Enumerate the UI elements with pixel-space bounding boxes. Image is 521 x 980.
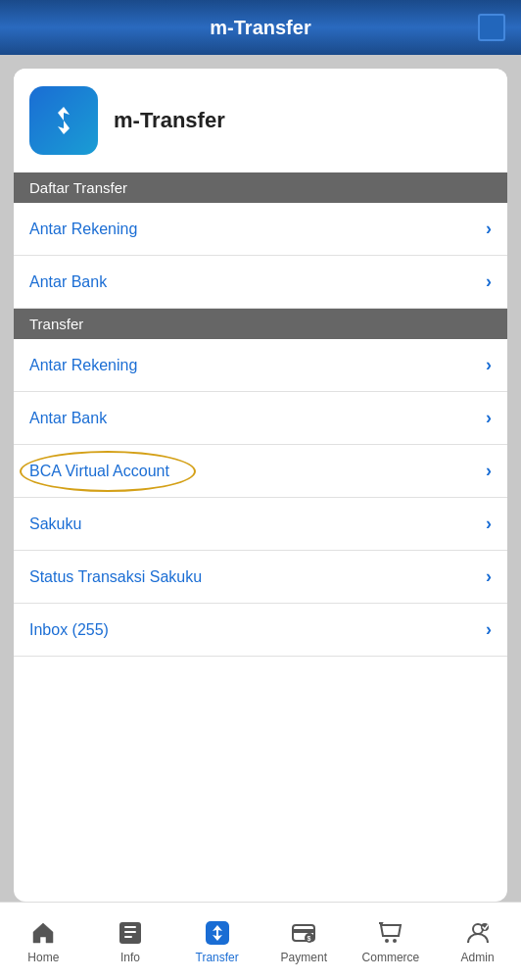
nav-item-commerce[interactable]: Commerce [352, 919, 430, 964]
nav-label-admin: Admin [461, 951, 495, 964]
menu-label-antar-rekening-2: Antar Rekening [29, 357, 137, 374]
menu-item-antar-rekening-2[interactable]: Antar Rekening› [14, 339, 507, 392]
sections-container: Daftar TransferAntar Rekening›Antar Bank… [14, 172, 507, 657]
menu-item-status-transaksi-sakuku[interactable]: Status Transaksi Sakuku› [14, 551, 507, 604]
svg-rect-2 [124, 931, 136, 933]
nav-item-admin[interactable]: Admin [439, 919, 517, 964]
svg-rect-6 [293, 929, 314, 933]
menu-item-bca-virtual-account[interactable]: BCA Virtual Account› [14, 445, 507, 498]
menu-label-bca-virtual-account: BCA Virtual Account [29, 463, 169, 480]
chevron-icon-antar-rekening-1: › [486, 219, 492, 239]
top-bar-title: m-Transfer [210, 17, 310, 39]
nav-label-payment: Payment [281, 951, 327, 964]
nav-label-info: Info [120, 951, 140, 964]
nav-item-transfer[interactable]: Transfer [178, 919, 257, 964]
main-card: m-Transfer Daftar TransferAntar Rekening… [14, 69, 507, 902]
payment-icon: $ [290, 919, 317, 947]
svg-point-9 [385, 939, 389, 943]
menu-label-antar-bank-2: Antar Bank [29, 410, 107, 427]
menu-label-sakuku: Sakuku [29, 515, 81, 533]
menu-label-inbox: Inbox (255) [29, 621, 109, 639]
section-header-transfer: Transfer [14, 309, 507, 339]
admin-icon [464, 919, 492, 947]
nav-label-transfer: Transfer [196, 951, 239, 964]
svg-point-10 [393, 939, 397, 943]
chevron-icon-antar-bank-1: › [486, 271, 492, 292]
app-header: m-Transfer [14, 69, 507, 172]
section-header-daftar-transfer: Daftar Transfer [14, 172, 507, 203]
nav-item-payment[interactable]: $ Payment [264, 919, 343, 964]
top-bar-square [478, 14, 505, 41]
info-icon [117, 919, 144, 947]
svg-text:$: $ [308, 935, 311, 943]
nav-label-commerce: Commerce [362, 951, 420, 964]
menu-label-status-transaksi-sakuku: Status Transaksi Sakuku [29, 568, 202, 586]
chevron-icon-sakuku: › [486, 514, 492, 534]
chevron-icon-antar-bank-2: › [486, 408, 492, 428]
chevron-icon-antar-rekening-2: › [486, 355, 492, 375]
nav-item-home[interactable]: Home [4, 919, 82, 964]
commerce-icon [377, 919, 404, 947]
chevron-icon-status-transaksi-sakuku: › [486, 566, 492, 587]
app-icon [29, 86, 98, 155]
chevron-icon-bca-virtual-account: › [486, 461, 492, 481]
menu-item-antar-rekening-1[interactable]: Antar Rekening› [14, 203, 507, 256]
nav-item-info[interactable]: Info [91, 919, 169, 964]
app-title: m-Transfer [114, 108, 225, 133]
menu-label-antar-bank-1: Antar Bank [29, 273, 107, 291]
menu-item-inbox[interactable]: Inbox (255)› [14, 604, 507, 657]
chevron-icon-inbox: › [486, 619, 492, 640]
menu-item-antar-bank-2[interactable]: Antar Bank› [14, 392, 507, 445]
menu-item-sakuku[interactable]: Sakuku› [14, 498, 507, 551]
top-bar: m-Transfer [0, 0, 521, 55]
menu-item-antar-bank-1[interactable]: Antar Bank› [14, 256, 507, 309]
menu-label-antar-rekening-1: Antar Rekening [29, 220, 137, 238]
bottom-nav: Home Info Transfer $ Payment [0, 902, 521, 980]
svg-rect-3 [124, 936, 132, 938]
svg-rect-1 [124, 926, 136, 928]
transfer-icon [204, 919, 231, 947]
home-icon [29, 919, 57, 947]
nav-label-home: Home [27, 951, 59, 964]
